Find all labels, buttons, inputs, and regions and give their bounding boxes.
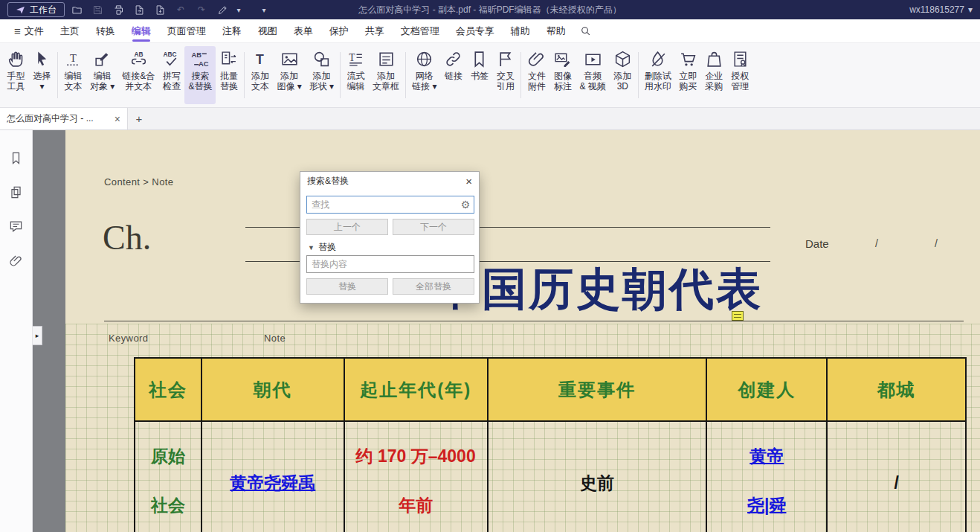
menu-search-button[interactable] bbox=[574, 25, 597, 36]
menu-file[interactable]: ≡文件 bbox=[6, 19, 52, 43]
ribbon-file-attachment[interactable]: 文件附件 bbox=[523, 46, 549, 104]
ribbon-link-merge-text[interactable]: 链接&合并文本 bbox=[118, 46, 158, 104]
navigation-sidebar bbox=[0, 130, 33, 532]
cube-3d-icon bbox=[613, 50, 632, 68]
undo-icon[interactable]: ↶ bbox=[172, 2, 190, 17]
previous-button[interactable]: 上一个 bbox=[306, 219, 388, 235]
ribbon-add-article-box[interactable]: 添加文章框 bbox=[369, 46, 403, 104]
ribbon-cross-reference[interactable]: 交叉引用 bbox=[492, 46, 518, 104]
date-slash-2: / bbox=[935, 237, 938, 249]
dynasty-table: 社会 朝代 起止年代(年) 重要事件 创建人 都城 原始 社会 黄帝尧舜禹 约 … bbox=[134, 357, 967, 532]
workspace-label: 工作台 bbox=[30, 4, 57, 16]
open-file-icon[interactable] bbox=[68, 2, 86, 17]
workspace-button[interactable]: 工作台 bbox=[7, 2, 65, 17]
note-label: Note bbox=[264, 333, 286, 344]
ribbon-select[interactable]: 选择▾ bbox=[29, 46, 55, 104]
next-button[interactable]: 下一个 bbox=[393, 219, 474, 235]
ribbon-spell-check[interactable]: 拼写检查 bbox=[158, 46, 184, 104]
dialog-title: 搜索&替换 bbox=[307, 175, 349, 188]
replace-all-button[interactable]: 全部替换 bbox=[393, 278, 474, 295]
ribbon-license-management[interactable]: 授权管理 bbox=[727, 46, 753, 104]
dialog-close-icon[interactable]: × bbox=[465, 175, 472, 188]
menu-help[interactable]: 帮助 bbox=[538, 19, 574, 43]
ribbon-add-shape[interactable]: 添加形状 ▾ bbox=[306, 46, 338, 104]
sign-pen-icon[interactable] bbox=[213, 2, 231, 17]
ribbon-link[interactable]: 链接 bbox=[440, 46, 466, 104]
shopping-bag-icon bbox=[705, 50, 723, 68]
ribbon-edit-text[interactable]: 编辑文本 bbox=[60, 46, 86, 104]
ribbon-remove-trial-watermark[interactable]: 删除试用水印 bbox=[641, 46, 675, 104]
cell-founder: 黄帝 尧|舜 bbox=[706, 422, 826, 532]
founder-link-1[interactable]: 黄帝 bbox=[749, 446, 784, 467]
table-row: 原始 社会 黄帝尧舜禹 约 170 万–4000 年前 史前 黄帝 尧|舜 bbox=[135, 422, 965, 532]
user-account-menu[interactable]: wx118615277 ▾ bbox=[909, 4, 973, 15]
ribbon-edit-object[interactable]: 编辑对象 ▾ bbox=[86, 46, 118, 104]
ruled-line bbox=[104, 321, 964, 321]
ribbon-hand-tool[interactable]: 手型工具 bbox=[3, 46, 29, 104]
ribbon-add-3d[interactable]: 添加3D bbox=[610, 46, 636, 104]
ribbon-add-image[interactable]: 添加图像 ▾ bbox=[273, 46, 305, 104]
comments-panel-icon[interactable] bbox=[9, 219, 24, 234]
search-options-gear-icon[interactable]: ⚙ bbox=[457, 199, 474, 211]
menu-convert[interactable]: 转换 bbox=[88, 19, 123, 43]
ribbon-web-link[interactable]: 网络链接 ▾ bbox=[408, 46, 440, 104]
menu-edit[interactable]: 编辑 bbox=[123, 19, 159, 43]
ribbon-search-replace[interactable]: 搜索&替换 bbox=[184, 46, 216, 104]
menu-view[interactable]: 视图 bbox=[250, 19, 286, 43]
titlebar: 工作台 ↶ ↷ ▾ ▾ 怎么面对高中学习 - 副本.pdf - 福昕PDF编辑器… bbox=[0, 0, 980, 19]
replace-input[interactable] bbox=[307, 259, 474, 269]
customize-toolbar-icon[interactable]: ▾ bbox=[259, 2, 268, 17]
ribbon-batch-replace[interactable]: 批量替换 bbox=[216, 46, 242, 104]
link-merge-icon bbox=[129, 50, 148, 68]
menu-protect[interactable]: 保护 bbox=[321, 19, 357, 43]
header-dynasty: 朝代 bbox=[201, 359, 344, 422]
menu-share[interactable]: 共享 bbox=[357, 19, 393, 43]
ribbon-flow-edit[interactable]: 流式编辑 bbox=[343, 46, 369, 104]
document-tab[interactable]: 怎么面对高中学习 - ... × bbox=[0, 108, 128, 129]
web-link-icon bbox=[415, 50, 433, 68]
new-tab-button[interactable]: + bbox=[128, 108, 150, 129]
add-text-icon bbox=[251, 50, 269, 68]
ribbon-separator bbox=[405, 52, 406, 98]
menu-home[interactable]: 主页 bbox=[52, 19, 88, 43]
replace-button[interactable]: 替换 bbox=[306, 278, 388, 295]
edit-text-icon bbox=[64, 50, 83, 68]
tab-close-icon[interactable]: × bbox=[115, 113, 120, 125]
save-icon[interactable] bbox=[88, 2, 106, 17]
import-file-icon[interactable] bbox=[151, 2, 169, 17]
chapter-label: Ch. bbox=[103, 218, 151, 257]
sidebar-expand-handle[interactable]: ▸ bbox=[33, 326, 42, 345]
print-icon[interactable] bbox=[109, 2, 127, 17]
ribbon-bookmark[interactable]: 书签 bbox=[466, 46, 492, 104]
ribbon-add-text[interactable]: 添加文本 bbox=[247, 46, 273, 104]
menu-member-exclusive[interactable]: 会员专享 bbox=[448, 19, 503, 43]
bookmark-icon bbox=[470, 50, 489, 68]
ribbon-buy-now[interactable]: 立即购买 bbox=[675, 46, 701, 104]
menu-form[interactable]: 表单 bbox=[286, 19, 321, 43]
menu-document-management[interactable]: 文档管理 bbox=[393, 19, 448, 43]
dynasty-link[interactable]: 黄帝尧舜禹 bbox=[230, 472, 315, 493]
menu-accessibility[interactable]: 辅助 bbox=[503, 19, 538, 43]
replace-section-toggle[interactable]: ▼ 替换 bbox=[308, 241, 336, 254]
ribbon-enterprise-purchase[interactable]: 企业采购 bbox=[701, 46, 727, 104]
attachments-panel-icon[interactable] bbox=[9, 254, 24, 269]
window-title: 怎么面对高中学习 - 副本.pdf - 福昕PDF编辑器（未经授权的产品） bbox=[358, 4, 621, 16]
image-annotation-icon bbox=[553, 50, 572, 68]
redo-icon[interactable]: ↷ bbox=[193, 2, 210, 17]
hamburger-icon: ≡ bbox=[14, 25, 21, 37]
pen-dropdown-icon[interactable]: ▾ bbox=[234, 2, 243, 17]
page-thumbnails-icon[interactable] bbox=[9, 185, 24, 200]
export-file-icon[interactable] bbox=[130, 2, 148, 17]
menu-page-management[interactable]: 页面管理 bbox=[159, 19, 214, 43]
ribbon-audio-video[interactable]: 音频& 视频 bbox=[576, 46, 609, 104]
bookmarks-panel-icon[interactable] bbox=[9, 151, 24, 166]
replace-buttons-row: 替换 全部替换 bbox=[306, 278, 474, 295]
founder-link-2[interactable]: 尧|舜 bbox=[747, 495, 786, 516]
ribbon-separator bbox=[638, 52, 639, 98]
find-input[interactable] bbox=[307, 199, 457, 210]
annotation-note-icon[interactable] bbox=[732, 311, 744, 321]
menu-comment[interactable]: 注释 bbox=[214, 19, 250, 43]
ribbon-image-annotation[interactable]: 图像标注 bbox=[549, 46, 576, 104]
document-tabbar: 怎么面对高中学习 - ... × + bbox=[0, 108, 980, 130]
attachment-icon bbox=[527, 50, 546, 68]
